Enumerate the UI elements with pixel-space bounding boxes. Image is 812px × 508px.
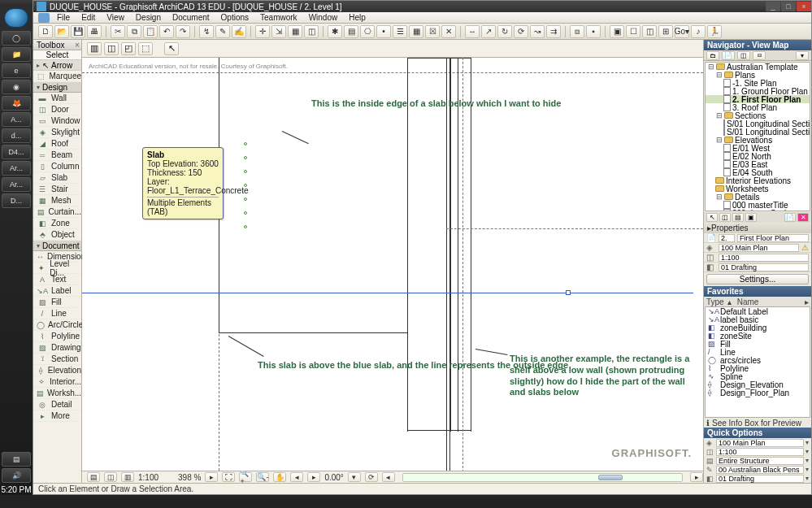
tool-polyline[interactable]: ⌇Polyline: [33, 331, 81, 342]
tool-button[interactable]: ▦: [288, 25, 302, 38]
menu-file[interactable]: File: [51, 12, 76, 24]
info-btn[interactable]: ⬚: [138, 42, 153, 55]
favorites-list[interactable]: ↘ADefault Label ↘Alabel basic ◧zoneBuild…: [705, 306, 810, 418]
view-btn[interactable]: ◫: [104, 472, 117, 482]
menu-window[interactable]: Window: [303, 12, 344, 24]
tree-item[interactable]: 000 drawnScale: [706, 209, 810, 211]
tree-item[interactable]: E/03 East: [706, 160, 810, 168]
toolbox-design-head[interactable]: ▾Design: [33, 82, 81, 93]
taskbar-item[interactable]: ◯: [2, 31, 31, 46]
tool-elevation[interactable]: ⟠Elevation: [33, 365, 81, 376]
undo-button[interactable]: ↶: [159, 25, 174, 38]
angle-btn[interactable]: ▾: [348, 472, 361, 482]
tool-button[interactable]: ▪: [586, 25, 601, 38]
nav-tab[interactable]: ◫: [737, 51, 750, 60]
go-button[interactable]: Go▾: [675, 25, 689, 38]
horizontal-scrollbar[interactable]: [402, 473, 683, 482]
tool-button[interactable]: ⎔: [360, 25, 375, 38]
app-menu-icon[interactable]: [38, 13, 50, 23]
tool-button[interactable]: ↝: [530, 25, 545, 38]
tool-arc[interactable]: ◯Arc/Circle: [33, 319, 81, 331]
fav-item[interactable]: /Line: [706, 348, 810, 356]
tool-button[interactable]: ☰: [393, 25, 407, 38]
tool-button[interactable]: ↔: [465, 25, 480, 38]
tree-item[interactable]: 1. Ground Floor Plan: [706, 87, 810, 95]
nav-tab[interactable]: ⧈: [753, 51, 766, 60]
paste-button[interactable]: 📋: [143, 25, 158, 38]
tool-button[interactable]: ☐: [626, 25, 640, 38]
tool-mesh[interactable]: ▦Mesh: [33, 195, 81, 206]
scale-readout[interactable]: 1:100: [138, 473, 158, 482]
tool-zone[interactable]: ◧Zone: [33, 218, 81, 229]
menu-document[interactable]: Document: [167, 12, 215, 24]
tool-roof[interactable]: ◢Roof: [33, 138, 81, 150]
taskbar-item[interactable]: ◉: [2, 80, 31, 94]
prev-view[interactable]: ◂: [290, 472, 303, 482]
app-minimize[interactable]: _: [766, 2, 780, 11]
taskbar-item[interactable]: e: [2, 63, 31, 78]
fav-item[interactable]: ↘Alabel basic: [706, 315, 810, 323]
info-btn[interactable]: ◰: [121, 42, 136, 55]
taskbar-item[interactable]: A...: [2, 112, 31, 127]
tool-slab[interactable]: ▱Slab: [33, 172, 81, 184]
tool-beam[interactable]: ═Beam: [33, 150, 81, 161]
qo-structure[interactable]: Entire Structure: [716, 457, 804, 465]
properties-title[interactable]: ▸ Properties: [704, 223, 811, 233]
angle-readout[interactable]: 0.00°: [324, 473, 343, 482]
nav-btn[interactable]: ▤: [732, 213, 744, 222]
tray-icons[interactable]: 🔊: [2, 468, 31, 483]
fav-item[interactable]: ◯arcs/circles: [706, 356, 810, 364]
drawing-canvas[interactable]: ArchiCAD Educational version, not for re…: [82, 58, 703, 471]
tool-button[interactable]: ✱: [328, 25, 342, 38]
tool-text[interactable]: AText: [33, 274, 81, 285]
tool-wall[interactable]: ▬Wall: [33, 93, 81, 104]
zoom-readout[interactable]: 398 %: [178, 473, 201, 482]
tool-button[interactable]: ⧈: [570, 25, 584, 38]
copy-button[interactable]: ⧉: [127, 25, 141, 38]
scroll-right[interactable]: ▸: [690, 472, 703, 482]
qo-pens[interactable]: 00 Australian Black Pens: [716, 466, 804, 474]
layer-combo[interactable]: 100 Main Plan: [719, 244, 799, 252]
tool-button[interactable]: ⊞: [658, 25, 673, 38]
fav-item[interactable]: ⌇Polyline: [706, 364, 810, 372]
tool-more[interactable]: ▸More: [33, 410, 81, 422]
app-close[interactable]: ×: [797, 2, 811, 11]
tool-button[interactable]: ⇉: [546, 25, 561, 38]
tree-item[interactable]: S/01 Longitudinal Section: [706, 119, 810, 128]
view-opt[interactable]: ◂: [382, 472, 395, 482]
tree-item[interactable]: -1. Site Plan: [706, 79, 810, 87]
tree-item[interactable]: E/04 South: [706, 168, 810, 176]
menu-options[interactable]: Options: [215, 12, 254, 24]
nav-tab[interactable]: 📄: [722, 51, 735, 60]
menu-view[interactable]: View: [101, 12, 130, 24]
tool-button[interactable]: ↯: [199, 25, 214, 38]
tool-marquee[interactable]: ⬚Marquee: [33, 71, 81, 82]
tool-button[interactable]: ◫: [642, 25, 657, 38]
tool-leveldim[interactable]: ✦Level Di...: [33, 263, 81, 274]
taskbar-item[interactable]: 📁: [2, 47, 31, 62]
menu-teamwork[interactable]: Teamwork: [254, 12, 303, 24]
new-button[interactable]: 🗋: [38, 25, 53, 38]
nav-opt[interactable]: ▾: [796, 51, 809, 60]
settings-button[interactable]: Settings...: [706, 274, 809, 284]
tool-worksheet[interactable]: ▤Worksh...: [33, 388, 81, 399]
tree-item[interactable]: E/02 North: [706, 152, 810, 160]
tool-button[interactable]: ↻: [497, 25, 512, 38]
tool-button[interactable]: •: [376, 25, 391, 38]
toolbox-arrow[interactable]: ▸↖Arrow: [33, 60, 81, 71]
tool-button[interactable]: ⟳: [514, 25, 528, 38]
fav-item[interactable]: ◧zoneBuilding: [706, 323, 810, 332]
fav-item[interactable]: ▨Fill: [706, 340, 810, 348]
nav-btn[interactable]: 📄: [784, 213, 796, 222]
arrow-info-icon[interactable]: ↖: [164, 42, 179, 55]
toolbox-select[interactable]: Select: [33, 50, 81, 60]
tool-label[interactable]: ↘ALabel: [33, 285, 81, 297]
view-btn[interactable]: ▤: [87, 472, 100, 482]
tool-button[interactable]: ▦: [409, 25, 423, 38]
fav-item[interactable]: ⟠Design_Elevation: [706, 380, 810, 389]
tree-item[interactable]: Worksheets: [706, 185, 810, 193]
taskbar-item[interactable]: 🦊: [2, 96, 31, 111]
print-button[interactable]: 🖶: [87, 25, 102, 38]
zoom-out[interactable]: 🔍-: [256, 472, 269, 482]
menu-help[interactable]: Help: [343, 12, 371, 24]
